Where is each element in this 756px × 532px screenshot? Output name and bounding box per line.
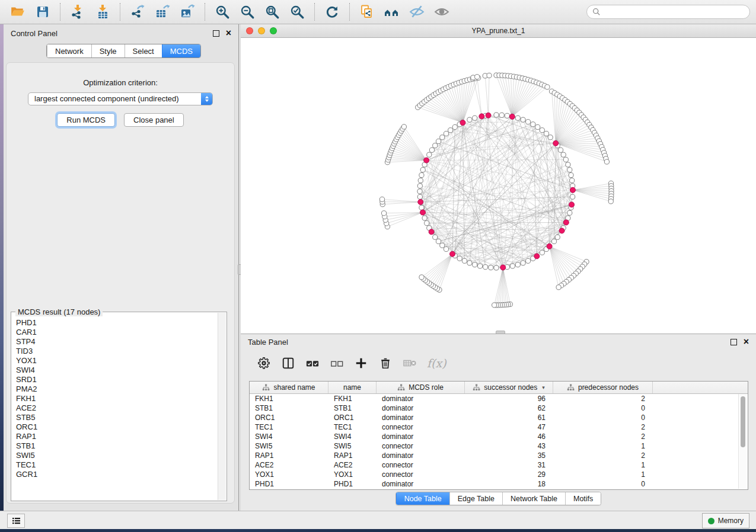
cell-name[interactable]: PHD1 <box>328 480 377 488</box>
control-panel-tab[interactable]: MCDS <box>162 44 200 57</box>
cell-name[interactable]: ORC1 <box>328 414 377 422</box>
mcds-result-item[interactable]: ACE2 <box>16 403 218 413</box>
column-header-shared-name[interactable]: shared name <box>250 382 328 393</box>
cell-predecessor-nodes[interactable]: 2 <box>553 432 653 441</box>
column-header-successor-nodes[interactable]: successor nodes ▾ <box>465 382 553 393</box>
cell-shared-name[interactable]: TEC1 <box>250 423 328 431</box>
table-tab[interactable]: Network Table <box>502 492 565 505</box>
cell-mcds-role[interactable]: dominator <box>377 404 465 412</box>
cell-name[interactable]: STB1 <box>328 404 377 412</box>
cell-shared-name[interactable]: YOX1 <box>250 470 328 479</box>
float-panel-icon[interactable] <box>731 339 737 345</box>
mcds-result-item[interactable]: SRD1 <box>16 375 218 384</box>
mcds-result-item[interactable]: ORC1 <box>16 422 218 432</box>
column-view-button[interactable] <box>281 356 295 370</box>
cell-mcds-role[interactable]: connector <box>377 470 465 479</box>
cell-successor-nodes[interactable]: 47 <box>465 423 553 431</box>
mcds-result-item[interactable]: PMA2 <box>16 384 218 394</box>
table-scrollbar[interactable] <box>738 394 747 489</box>
cell-name[interactable]: SWI4 <box>328 432 377 441</box>
mcds-result-item[interactable]: STB1 <box>16 441 218 451</box>
cell-predecessor-nodes[interactable]: 2 <box>553 451 653 460</box>
zoom-selected-button[interactable] <box>285 2 309 22</box>
column-header-name[interactable]: name <box>328 382 377 393</box>
cell-shared-name[interactable]: SWI4 <box>250 432 328 441</box>
cell-name[interactable]: RAP1 <box>328 451 377 460</box>
cell-predecessor-nodes[interactable]: 1 <box>553 470 653 479</box>
cell-successor-nodes[interactable]: 18 <box>465 480 553 488</box>
cell-mcds-role[interactable]: connector <box>377 461 465 469</box>
import-network-button[interactable] <box>66 2 90 22</box>
table-row[interactable]: SWI5 SWI5 connector 43 1 <box>250 441 748 451</box>
cell-successor-nodes[interactable]: 29 <box>465 470 553 479</box>
cell-successor-nodes[interactable]: 96 <box>465 395 553 403</box>
table-row[interactable]: STB1 STB1 dominator 62 0 <box>250 403 748 413</box>
cell-mcds-role[interactable]: connector <box>377 442 465 450</box>
add-column-button[interactable] <box>354 356 368 370</box>
mcds-result-item[interactable]: STP4 <box>16 337 218 347</box>
table-scrollbar-thumb[interactable] <box>741 396 745 447</box>
control-panel-tab[interactable]: Select <box>125 44 162 57</box>
save-session-button[interactable] <box>31 2 55 22</box>
cell-shared-name[interactable]: FKH1 <box>250 395 328 403</box>
cell-successor-nodes[interactable]: 43 <box>465 442 553 450</box>
zoom-fit-button[interactable] <box>260 2 284 22</box>
cell-predecessor-nodes[interactable]: 2 <box>553 423 653 431</box>
export-network-button[interactable] <box>126 2 149 22</box>
cell-shared-name[interactable]: ACE2 <box>250 461 328 469</box>
network-canvas[interactable] <box>241 38 756 334</box>
table-tab[interactable]: Node Table <box>396 492 449 505</box>
close-panel-icon[interactable]: × <box>744 339 749 345</box>
import-table-button[interactable] <box>91 2 114 22</box>
cell-mcds-role[interactable]: dominator <box>377 414 465 422</box>
cell-shared-name[interactable]: STB1 <box>250 404 328 412</box>
cell-predecessor-nodes[interactable]: 1 <box>553 442 653 450</box>
open-file-button[interactable] <box>6 2 30 22</box>
network-window-titlebar[interactable]: YPA_prune.txt_1 <box>241 24 756 38</box>
mcds-result-item[interactable]: GCR1 <box>16 470 218 479</box>
copy-network-button[interactable] <box>355 2 379 22</box>
close-window-icon[interactable] <box>246 27 253 34</box>
export-image-button[interactable] <box>176 2 199 22</box>
cell-successor-nodes[interactable]: 46 <box>465 432 553 441</box>
run-mcds-button[interactable]: Run MCDS <box>57 113 115 127</box>
cell-shared-name[interactable]: ORC1 <box>250 414 328 422</box>
mcds-result-item[interactable]: TID3 <box>16 347 218 356</box>
delete-icon-button[interactable] <box>378 356 393 370</box>
column-header-predecessor-nodes[interactable]: predecessor nodes <box>553 382 653 393</box>
table-row[interactable]: YOX1 YOX1 connector 29 1 <box>250 470 748 479</box>
cell-mcds-role[interactable]: dominator <box>377 480 465 488</box>
cell-shared-name[interactable]: PHD1 <box>250 480 328 488</box>
mcds-result-item[interactable]: STB5 <box>16 413 218 422</box>
float-panel-icon[interactable] <box>213 30 219 37</box>
table-row[interactable]: ACE2 ACE2 connector 31 1 <box>250 460 748 470</box>
deselect-all-button[interactable] <box>330 356 344 370</box>
cell-successor-nodes[interactable]: 35 <box>465 451 553 460</box>
cell-name[interactable]: SWI5 <box>328 442 377 450</box>
cell-mcds-role[interactable]: connector <box>377 423 465 431</box>
hide-selected-button[interactable] <box>405 2 429 22</box>
table-row[interactable]: SWI4 SWI4 dominator 46 2 <box>250 432 748 441</box>
minimize-window-icon[interactable] <box>258 27 265 34</box>
cell-mcds-role[interactable]: dominator <box>377 451 465 460</box>
cell-successor-nodes[interactable]: 31 <box>465 461 553 469</box>
cell-predecessor-nodes[interactable]: 0 <box>553 404 653 412</box>
mcds-result-item[interactable]: FKH1 <box>16 394 218 403</box>
table-row[interactable]: RAP1 RAP1 dominator 35 2 <box>250 451 748 460</box>
mcds-result-item[interactable]: TEC1 <box>16 460 218 470</box>
gear-button[interactable] <box>257 356 271 370</box>
cell-predecessor-nodes[interactable]: 2 <box>553 395 653 403</box>
table-row[interactable]: ORC1 ORC1 dominator 61 0 <box>250 413 748 422</box>
cell-mcds-role[interactable]: dominator <box>377 432 465 441</box>
mcds-result-item[interactable]: YOX1 <box>16 356 218 366</box>
select-all-button[interactable] <box>305 356 320 370</box>
first-neighbors-button[interactable] <box>380 2 404 22</box>
cell-shared-name[interactable]: SWI5 <box>250 442 328 450</box>
cell-predecessor-nodes[interactable]: 1 <box>553 461 653 469</box>
zoom-out-button[interactable] <box>235 2 259 22</box>
search-field[interactable] <box>586 5 750 19</box>
mcds-result-item[interactable]: CAR1 <box>16 328 218 337</box>
cell-predecessor-nodes[interactable]: 0 <box>553 480 653 488</box>
mcds-result-item[interactable]: PHD1 <box>16 318 218 328</box>
criterion-dropdown[interactable]: largest connected component (undirected) <box>28 92 213 105</box>
